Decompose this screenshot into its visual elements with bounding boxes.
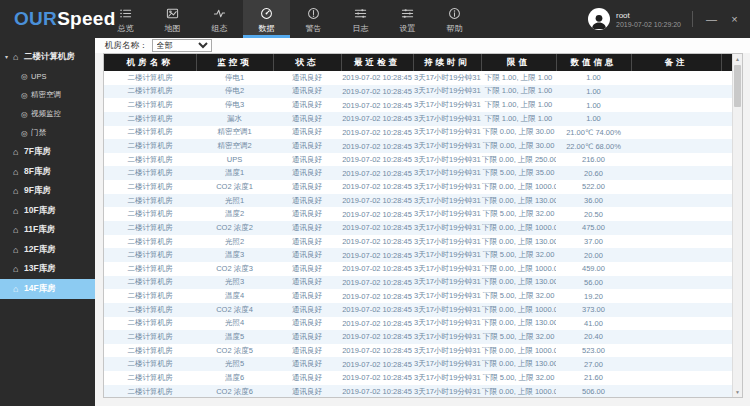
table-cell-spacer [721, 276, 732, 290]
sidebar-item-14f-storeroom[interactable]: ⌂14F库房 [0, 279, 95, 299]
tree-expand-icon[interactable]: ▾ [5, 53, 13, 60]
minimize-button[interactable]: — [704, 13, 719, 25]
sidebar-item-11f-storeroom[interactable]: ⌂11F库房 [0, 221, 95, 241]
table-row[interactable]: 二楼计算机房光照5通讯良好2019-07-02 10:28:453天17小时19… [104, 357, 732, 371]
sidebar-item-13f-storeroom[interactable]: ⌂13F库房 [0, 260, 95, 280]
table-row[interactable]: 二楼计算机房温度2通讯良好2019-07-02 10:28:453天17小时19… [104, 207, 732, 221]
table-row[interactable]: 二楼计算机房UPS通讯良好2019-07-02 10:28:453天17小时19… [104, 153, 732, 167]
column-header[interactable]: 限值 [481, 54, 556, 71]
table-row[interactable]: 二楼计算机房CO2 浓度1通讯良好2019-07-02 10:28:453天17… [104, 180, 732, 194]
table-row[interactable]: 二楼计算机房漏水通讯良好2019-07-02 10:28:453天17小时19分… [104, 112, 732, 126]
sidebar-item-7f-storeroom[interactable]: ⌂7F库房 [0, 143, 95, 163]
table-row[interactable]: 二楼计算机房CO2 浓度3通讯良好2019-07-02 10:28:453天17… [104, 262, 732, 276]
table-cell: 2019-07-02 10:28:45 [341, 207, 413, 221]
table-cell: 2019-07-02 10:28:45 [341, 221, 413, 235]
table-cell: 二楼计算机房 [104, 248, 196, 262]
table-cell [631, 289, 721, 303]
table-row[interactable]: 二楼计算机房光照1通讯良好2019-07-02 10:28:453天17小时19… [104, 194, 732, 208]
table-cell: 506.00 [556, 385, 631, 398]
table-row[interactable]: 二楼计算机房温度3通讯良好2019-07-02 10:28:453天17小时19… [104, 248, 732, 262]
sidebar-item-label: 9F库房 [24, 185, 51, 197]
sidebar-item-9f-storeroom[interactable]: ⌂9F库房 [0, 182, 95, 202]
user-info[interactable]: root 2019-07-02 10:29:20 [588, 8, 681, 30]
nav-item-map[interactable]: 地图 [149, 0, 196, 38]
table-cell: 3天17小时19分钟31秒 [413, 317, 481, 331]
column-header[interactable]: 监控项 [196, 54, 273, 71]
table-cell: 3天17小时19分钟31秒 [413, 371, 481, 385]
table-row[interactable]: 二楼计算机房光照3通讯良好2019-07-02 10:28:453天17小时19… [104, 276, 732, 290]
table-row[interactable]: 二楼计算机房CO2 浓度4通讯良好2019-07-02 10:28:453天17… [104, 303, 732, 317]
close-button[interactable]: × [727, 13, 742, 25]
data-table: 机房名称监控项状态最近检查持续时间限值数值信息备注 二楼计算机房停电1通讯良好2… [104, 54, 732, 398]
table-cell: 3天17小时19分钟31秒 [413, 194, 481, 208]
table-cell-spacer [721, 71, 732, 85]
table-cell: 二楼计算机房 [104, 262, 196, 276]
table-cell: 通讯良好 [273, 207, 341, 221]
table-cell: 停电3 [196, 98, 273, 112]
sidebar-subitem-video-monitor[interactable]: ◎视频监控 [0, 105, 95, 124]
sidebar-item-2f-computer-room[interactable]: ▾⌂二楼计算机房 [0, 47, 95, 67]
table-cell: 20.40 [556, 330, 631, 344]
table-cell: 3天17小时19分钟31秒 [413, 289, 481, 303]
table-cell: 精密空调1 [196, 126, 273, 140]
column-header[interactable]: 机房名称 [104, 54, 196, 71]
table-cell-spacer [721, 221, 732, 235]
table-cell: 2019-07-02 10:28:45 [341, 317, 413, 331]
table-cell: 通讯良好 [273, 289, 341, 303]
sidebar-subitem-ups[interactable]: ◎UPS [0, 67, 95, 86]
table-cell: 2019-07-02 10:28:45 [341, 98, 413, 112]
avatar [588, 8, 610, 30]
table-cell: 通讯良好 [273, 344, 341, 358]
table-row[interactable]: 二楼计算机房光照4通讯良好2019-07-02 10:28:453天17小时19… [104, 317, 732, 331]
table-row[interactable]: 二楼计算机房温度5通讯良好2019-07-02 10:28:453天17小时19… [104, 330, 732, 344]
table-cell: 二楼计算机房 [104, 289, 196, 303]
table-row[interactable]: 二楼计算机房停电1通讯良好2019-07-02 10:28:453天17小时19… [104, 71, 732, 85]
table-row[interactable]: 二楼计算机房CO2 浓度5通讯良好2019-07-02 10:28:453天17… [104, 344, 732, 358]
sidebar-item-label: 二楼计算机房 [24, 51, 75, 63]
sidebar-subitem-precision-ac[interactable]: ◎精密空调 [0, 86, 95, 105]
sidebar-item-label: 11F库房 [24, 224, 55, 236]
table-cell [631, 71, 721, 85]
column-header[interactable]: 备注 [631, 54, 721, 71]
table-cell: CO2 浓度1 [196, 180, 273, 194]
table-cell [631, 235, 721, 249]
table-row[interactable]: 二楼计算机房光照2通讯良好2019-07-02 10:28:453天17小时19… [104, 235, 732, 249]
nav-item-overview[interactable]: 总览 [102, 0, 149, 38]
table-cell: 459.00 [556, 262, 631, 276]
column-header[interactable]: 数值信息 [556, 54, 631, 71]
table-row[interactable]: 二楼计算机房CO2 浓度6通讯良好2019-07-02 10:28:453天17… [104, 385, 732, 398]
sidebar-item-8f-storeroom[interactable]: ⌂8F库房 [0, 162, 95, 182]
sidebar-item-12f-storeroom[interactable]: ⌂12F库房 [0, 240, 95, 260]
nav-item-config[interactable]: 组态 [196, 0, 243, 38]
table-row[interactable]: 二楼计算机房CO2 浓度2通讯良好2019-07-02 10:28:453天17… [104, 221, 732, 235]
scrollbar-thumb[interactable] [734, 65, 741, 107]
table-row[interactable]: 二楼计算机房精密空调2通讯良好2019-07-02 10:28:453天17小时… [104, 139, 732, 153]
table-row[interactable]: 二楼计算机房温度4通讯良好2019-07-02 10:28:453天17小时19… [104, 289, 732, 303]
device-icon: ◎ [21, 72, 31, 81]
nav-item-alert[interactable]: 警告 [290, 0, 337, 38]
table-cell: CO2 浓度3 [196, 262, 273, 276]
nav-item-settings[interactable]: 设置 [384, 0, 431, 38]
nav-item-log[interactable]: 日志 [337, 0, 384, 38]
table-scrollbar[interactable]: ▲ ▼ [732, 54, 742, 397]
column-header[interactable]: 状态 [273, 54, 341, 71]
room-filter-select[interactable]: 全部 [152, 39, 212, 52]
sidebar-item-10f-storeroom[interactable]: ⌂10F库房 [0, 201, 95, 221]
table-row[interactable]: 二楼计算机房温度1通讯良好2019-07-02 10:28:453天17小时19… [104, 166, 732, 180]
table-row[interactable]: 二楼计算机房停电3通讯良好2019-07-02 10:28:453天17小时19… [104, 98, 732, 112]
table-row[interactable]: 二楼计算机房精密空调1通讯良好2019-07-02 10:28:453天17小时… [104, 126, 732, 140]
table-cell: 3天17小时19分钟31秒 [413, 276, 481, 290]
nav-item-data[interactable]: 数据 [243, 0, 290, 38]
table-row[interactable]: 二楼计算机房停电2通讯良好2019-07-02 10:28:453天17小时19… [104, 85, 732, 99]
table-cell: 二楼计算机房 [104, 330, 196, 344]
table-cell [631, 153, 721, 167]
column-header-spacer [721, 54, 732, 71]
column-header[interactable]: 持续时间 [413, 54, 481, 71]
scroll-down-icon[interactable]: ▼ [733, 387, 742, 397]
sidebar-subitem-access-control[interactable]: ◎门禁 [0, 124, 95, 143]
nav-item-help[interactable]: 帮助 [431, 0, 478, 38]
scroll-up-icon[interactable]: ▲ [733, 54, 742, 64]
table-row[interactable]: 二楼计算机房温度6通讯良好2019-07-02 10:28:453天17小时19… [104, 371, 732, 385]
column-header[interactable]: 最近检查 [341, 54, 413, 71]
header-row: 机房名称监控项状态最近检查持续时间限值数值信息备注 [104, 54, 732, 71]
